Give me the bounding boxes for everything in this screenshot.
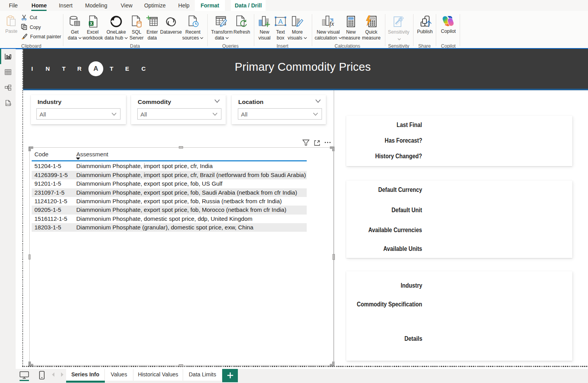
svg-text:DAX: DAX [6,103,10,106]
svg-text:A: A [278,18,283,25]
svg-text:fx: fx [329,20,334,27]
svg-text:X: X [90,21,93,26]
